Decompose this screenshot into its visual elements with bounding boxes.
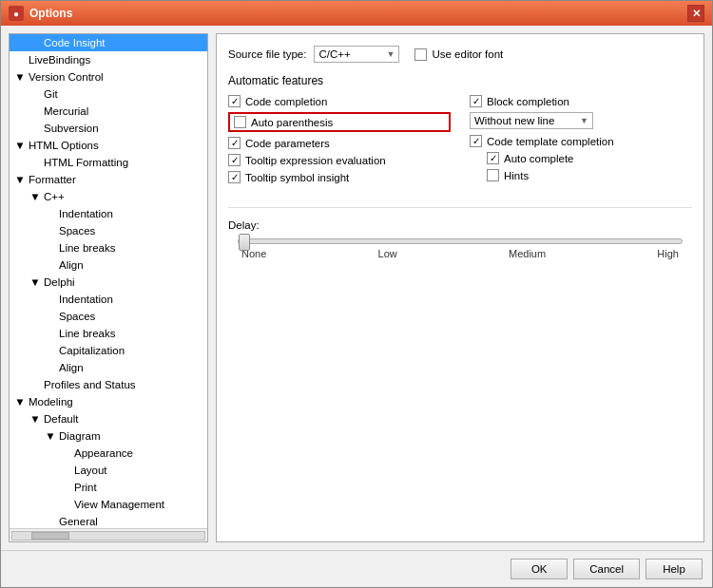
ok-button[interactable]: OK (511, 559, 568, 579)
expander-icon (29, 378, 42, 391)
delay-section: Delay: None Low Medium High (228, 207, 692, 259)
code-completion-checkbox[interactable] (228, 95, 241, 107)
code-parameters-checkbox[interactable] (228, 137, 241, 149)
tree-item-label: Indentation (59, 208, 113, 219)
tree-item-label: Align (59, 259, 84, 271)
tree-item-label: Line breaks (59, 242, 115, 254)
bottom-bar: OK Cancel Help (1, 550, 712, 587)
auto-complete-row: Auto complete (470, 152, 692, 164)
block-completion-checkbox[interactable] (470, 95, 482, 107)
tree-item-label: Code Insight (44, 37, 106, 48)
tree-item-label: Delphi (44, 276, 75, 288)
expander-icon (59, 498, 72, 511)
tree-item-html-formatting[interactable]: HTML Formatting (10, 154, 207, 171)
without-new-dropdown-arrow: ▼ (580, 116, 588, 125)
tooltip-symbol-row: Tooltip symbol insight (228, 171, 451, 183)
tooltip-expression-label: Tooltip expression evaluation (245, 155, 386, 166)
dialog-title: Options (29, 7, 72, 20)
tree-item-cpp[interactable]: C++ (10, 188, 207, 205)
expander-icon (13, 53, 27, 66)
tree-item-mercurial[interactable]: Mercurial (10, 103, 207, 120)
auto-complete-label: Auto complete (504, 153, 574, 164)
tree-item-delphi-spaces[interactable]: Spaces (10, 308, 207, 325)
features-grid: Code completion Auto parenthesis Code pa… (228, 95, 692, 188)
slider-container: None Low Medium High (228, 238, 692, 259)
expander-icon (44, 344, 57, 357)
without-new-value: Without new line (474, 115, 576, 126)
tree-item-git[interactable]: Git (10, 85, 207, 103)
slider-label-medium: Medium (509, 248, 546, 259)
tree-item-delphi-capitalization[interactable]: Capitalization (10, 342, 207, 359)
tree-item-label: Git (44, 88, 58, 100)
expander-icon (44, 224, 57, 237)
slider-track[interactable] (238, 238, 683, 244)
source-file-dropdown[interactable]: C/C++ ▼ (314, 46, 399, 63)
auto-parenthesis-box: Auto parenthesis (228, 112, 451, 132)
use-editor-font-row: Use editor font (414, 48, 503, 61)
automatic-features-label: Automatic features (228, 74, 692, 87)
tree-item-subversion[interactable]: Subversion (10, 120, 207, 137)
expander-icon (59, 481, 72, 494)
code-template-label: Code template completion (487, 136, 614, 147)
tree-item-appearance[interactable]: Appearance (10, 445, 207, 462)
code-template-checkbox[interactable] (470, 135, 482, 147)
block-completion-row: Block completion (470, 95, 692, 107)
tree-item-html-options[interactable]: HTML Options (10, 137, 207, 154)
tree-item-default[interactable]: Default (10, 410, 207, 427)
tree-item-label: View Management (74, 499, 164, 510)
expander-icon (44, 361, 57, 374)
tree-item-label: Profiles and Status (44, 379, 136, 390)
tree-item-diagram[interactable]: Diagram (10, 427, 207, 445)
tree-item-cpp-indentation[interactable]: Indentation (10, 205, 207, 222)
auto-complete-checkbox[interactable] (487, 152, 499, 164)
tree-panel: Code InsightLiveBindingsVersion ControlG… (9, 33, 208, 542)
auto-parenthesis-checkbox[interactable] (234, 116, 246, 128)
dialog-body: Code InsightLiveBindingsVersion ControlG… (1, 26, 712, 550)
options-dialog: ● Options ✕ Code InsightLiveBindingsVers… (0, 0, 713, 588)
tree-item-code-insight[interactable]: Code Insight (10, 34, 207, 51)
expander-icon (44, 207, 57, 220)
tree-item-cpp-linebreaks[interactable]: Line breaks (10, 239, 207, 256)
expander-icon (29, 412, 42, 426)
tree-item-delphi-indentation[interactable]: Indentation (10, 291, 207, 308)
slider-labels: None Low Medium High (238, 248, 683, 259)
tree-item-modeling[interactable]: Modeling (10, 393, 207, 410)
close-button[interactable]: ✕ (687, 5, 704, 22)
expander-icon (44, 310, 57, 323)
expander-icon (13, 70, 27, 84)
tree-item-delphi-align[interactable]: Align (10, 359, 207, 376)
tree-item-live-bindings[interactable]: LiveBindings (10, 51, 207, 68)
expander-icon (29, 190, 42, 203)
tree-item-cpp-align[interactable]: Align (10, 256, 207, 274)
tree-item-delphi-linebreaks[interactable]: Line breaks (10, 325, 207, 342)
tooltip-symbol-checkbox[interactable] (228, 171, 241, 183)
expander-icon (29, 36, 42, 49)
tree-item-version-control[interactable]: Version Control (10, 68, 207, 85)
tree-item-label: Print (74, 482, 97, 493)
cancel-button[interactable]: Cancel (573, 559, 640, 579)
tree-item-layout[interactable]: Layout (10, 462, 207, 479)
expander-icon (13, 139, 27, 152)
expander-icon (44, 327, 57, 340)
use-editor-font-checkbox[interactable] (414, 48, 427, 61)
expander-icon (29, 275, 42, 289)
tree-item-profiles-status[interactable]: Profiles and Status (10, 376, 207, 393)
tree-item-general[interactable]: General (10, 513, 207, 528)
hints-checkbox[interactable] (487, 169, 499, 181)
tree-item-cpp-spaces[interactable]: Spaces (10, 222, 207, 239)
tree-item-label: Version Control (29, 71, 104, 83)
help-button[interactable]: Help (646, 559, 703, 579)
horizontal-scrollbar[interactable] (10, 528, 207, 541)
without-new-dropdown[interactable]: Without new line ▼ (470, 112, 593, 129)
tree-item-label: HTML Options (29, 140, 99, 151)
tree-item-print[interactable]: Print (10, 479, 207, 496)
tooltip-expression-checkbox[interactable] (228, 154, 241, 166)
tree-item-formatter[interactable]: Formatter (10, 171, 207, 188)
content-panel: Source file type: C/C++ ▼ Use editor fon… (216, 33, 704, 542)
tree-item-label: Layout (74, 465, 107, 476)
slider-thumb[interactable] (239, 234, 250, 251)
tree-scroll-area[interactable]: Code InsightLiveBindingsVersion ControlG… (10, 34, 207, 528)
tooltip-expression-row: Tooltip expression evaluation (228, 154, 451, 166)
tree-item-view-management[interactable]: View Management (10, 496, 207, 513)
tree-item-delphi[interactable]: Delphi (10, 274, 207, 291)
